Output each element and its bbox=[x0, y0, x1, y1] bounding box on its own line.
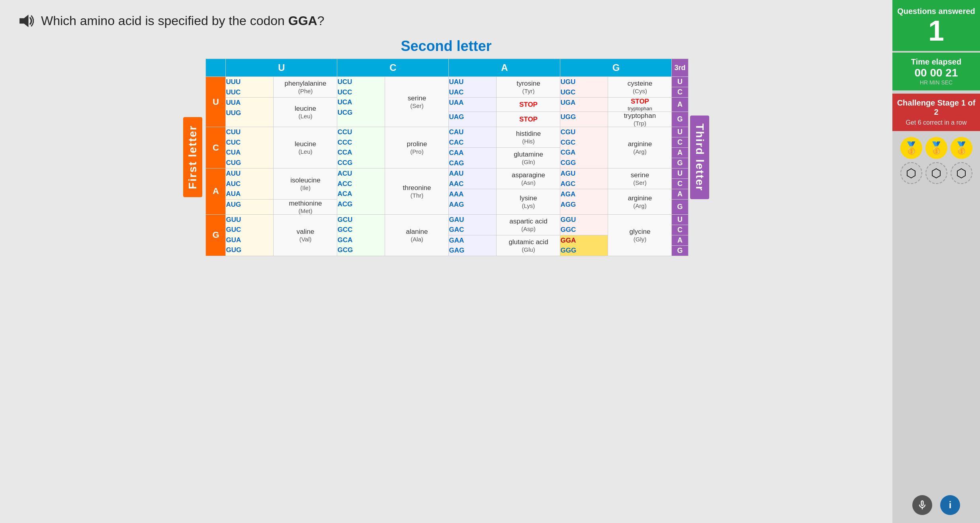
third-letter-label: Third letter bbox=[690, 116, 709, 199]
third-letter-u: U bbox=[672, 77, 688, 87]
amino-cell: threonine (Thr) bbox=[385, 168, 449, 215]
table-row: U UUU UUC phenylalanine (Phe) bbox=[206, 77, 688, 87]
third-letter-a: A bbox=[672, 235, 688, 245]
mic-button[interactable] bbox=[912, 495, 932, 515]
amino-cell: methionine (Met) bbox=[274, 199, 337, 214]
codon-cell: GCU GCC GCA GCG bbox=[337, 214, 385, 256]
amino-cell: cysteine (Cys) bbox=[608, 77, 672, 98]
codon-cell: CAA CAG bbox=[449, 148, 497, 168]
questions-answered-box: Questions answered 1 bbox=[892, 0, 980, 51]
amino-cell: histidine (His) bbox=[497, 127, 560, 148]
amino-cell: leucine (Leu) bbox=[274, 98, 337, 127]
codon-cell: GGU GGC bbox=[560, 214, 608, 235]
codon-cell: AAU AAC bbox=[449, 168, 497, 189]
codon-cell: CCU CCC CCA CCG bbox=[337, 127, 385, 168]
codon-cell: CGU CGC CGA CGG bbox=[560, 127, 608, 168]
codon-cell: UUU UUC bbox=[226, 77, 274, 98]
time-elapsed-label: Time elapsed bbox=[896, 57, 976, 67]
table-row: A AUU AUC AUA isoleucine (Ile) bbox=[206, 168, 688, 179]
third-letter-g: G bbox=[672, 199, 688, 214]
time-display: 00 00 21 bbox=[896, 67, 976, 79]
challenge-label: Challenge Stage 1 of 2 bbox=[896, 98, 976, 117]
amino-cell: proline (Pro) bbox=[385, 127, 449, 168]
medal-3: 🥇 bbox=[951, 137, 972, 159]
second-letter-title: Second letter bbox=[401, 38, 491, 55]
amino-cell: STOP tryptophan bbox=[608, 98, 672, 112]
questions-answered-number: 1 bbox=[896, 16, 976, 45]
amino-cell: valine (Val) bbox=[274, 214, 337, 256]
table-row: C CUU CUC CUA CUG leucine bbox=[206, 127, 688, 137]
amino-cell: leucine (Leu) bbox=[274, 127, 337, 168]
amino-cell: glutamic acid (Glu) bbox=[497, 235, 560, 256]
info-button[interactable]: i bbox=[940, 495, 960, 515]
third-letter-c: C bbox=[672, 137, 688, 148]
table-with-labels: First letter U C A bbox=[183, 59, 709, 256]
third-letter-a: A bbox=[672, 189, 688, 200]
question-bar: Which amino acid is specified by the cod… bbox=[16, 12, 876, 30]
third-letter-a: A bbox=[672, 98, 688, 112]
medal-5: ⬡ bbox=[925, 162, 947, 184]
first-letter-c: C bbox=[206, 127, 226, 168]
amino-cell: STOP bbox=[497, 112, 560, 127]
get-correct-label: Get 6 correct in a row bbox=[896, 119, 976, 126]
amino-cell: lysine (Lys) bbox=[497, 189, 560, 215]
third-letter-c: C bbox=[672, 179, 688, 189]
speaker-icon[interactable] bbox=[16, 12, 34, 30]
challenge-box: Challenge Stage 1 of 2 Get 6 correct in … bbox=[892, 94, 980, 131]
codon-cell: AUG bbox=[226, 199, 274, 214]
codon-cell: AGA AGG bbox=[560, 189, 608, 215]
svg-marker-0 bbox=[20, 15, 29, 27]
third-letter-g: G bbox=[672, 158, 688, 168]
medals-container: 🥇 🥇 🥇 ⬡ ⬡ ⬡ bbox=[892, 131, 980, 190]
codon-cell: UAA bbox=[449, 98, 497, 112]
amino-cell: tyrosine (Tyr) bbox=[497, 77, 560, 98]
right-panel: Questions answered 1 Time elapsed 00 00 … bbox=[892, 0, 980, 523]
col-header-c: C bbox=[337, 59, 449, 77]
col-header-g: G bbox=[560, 59, 672, 77]
amino-cell: phenylalanine (Phe) bbox=[274, 77, 337, 98]
amino-cell: isoleucine (Ile) bbox=[274, 168, 337, 200]
amino-cell: arginine (Arg) bbox=[608, 127, 672, 168]
third-letter-u: U bbox=[672, 168, 688, 179]
codon-cell: GAA GAG bbox=[449, 235, 497, 256]
codon-cell: UAU UAC bbox=[449, 77, 497, 98]
third-letter-g: G bbox=[672, 112, 688, 127]
codon-cell: UGA bbox=[560, 98, 608, 112]
codon-cell: UUA UUG bbox=[226, 98, 274, 127]
codon-cell: UGG bbox=[560, 112, 608, 127]
codon-cell: UCU UCC UCA UCG bbox=[337, 77, 385, 127]
amino-cell: asparagine (Asn) bbox=[497, 168, 560, 189]
first-letter-u: U bbox=[206, 77, 226, 127]
table-row: G GUU GUC GUA GUG valine bbox=[206, 214, 688, 225]
first-letter-g: G bbox=[206, 214, 226, 256]
amino-cell: serine (Ser) bbox=[608, 168, 672, 189]
codon-cell: AGU AGC bbox=[560, 168, 608, 189]
codon-cell: ACU ACC ACA ACG bbox=[337, 168, 385, 215]
codon-cell: UGU UGC bbox=[560, 77, 608, 98]
amino-cell: arginine (Arg) bbox=[608, 189, 672, 215]
codon-cell: UAG bbox=[449, 112, 497, 127]
question-text: Which amino acid is specified by the cod… bbox=[41, 14, 324, 28]
medal-4: ⬡ bbox=[900, 162, 922, 184]
third-letter-a: A bbox=[672, 148, 688, 158]
codon-table-wrapper: Second letter First letter U C bbox=[183, 38, 709, 256]
third-letter-c: C bbox=[672, 87, 688, 98]
codon-cell-gga: GGA GGG bbox=[560, 235, 608, 256]
time-sub: HR MIN SEC bbox=[896, 79, 976, 86]
col-header-a: A bbox=[449, 59, 560, 77]
codon-cell: CUU CUC CUA CUG bbox=[226, 127, 274, 168]
third-letter-header: 3rd bbox=[672, 59, 688, 77]
third-letter-u: U bbox=[672, 214, 688, 225]
codon-cell: GUU GUC GUA GUG bbox=[226, 214, 274, 256]
amino-cell: alanine (Ala) bbox=[385, 214, 449, 256]
codon-cell: GAU GAC bbox=[449, 214, 497, 235]
medal-6: ⬡ bbox=[951, 162, 972, 184]
codon-cell: CAU CAC bbox=[449, 127, 497, 148]
third-letter-u: U bbox=[672, 127, 688, 137]
codon-cell: AAA AAG bbox=[449, 189, 497, 215]
medal-2: 🥇 bbox=[925, 137, 947, 159]
amino-cell-glycine: glycine (Gly) bbox=[608, 214, 672, 256]
third-letter-c: C bbox=[672, 225, 688, 235]
codon-table: U C A G 3rd U bbox=[205, 59, 688, 256]
first-letter-label: First letter bbox=[183, 117, 202, 197]
